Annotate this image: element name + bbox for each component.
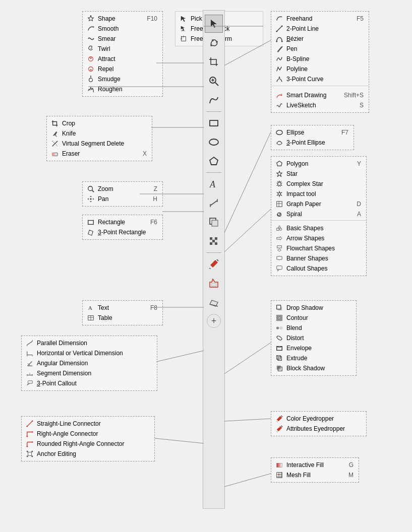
svg-point-49 [279, 228, 281, 230]
zoom-toolbar-btn[interactable] [205, 72, 223, 90]
extrude-item[interactable]: Extrude [271, 353, 356, 363]
rounded-conn-item[interactable]: Rounded Right-Angle Connector [22, 439, 154, 449]
shape-item[interactable]: Shape F10 [83, 14, 162, 24]
callout-shapes-item[interactable]: Callout Shapes [271, 263, 366, 274]
table-item[interactable]: Table [83, 313, 162, 323]
add-tool-btn[interactable]: + [207, 314, 221, 328]
2pt-line-label: 2-Point Line [286, 25, 364, 32]
bezier-item[interactable]: Bézier [271, 34, 369, 44]
svg-point-29 [276, 31, 277, 32]
eyedropper-toolbar-btn[interactable] [205, 255, 223, 273]
shape-toolbar-btn[interactable] [205, 34, 223, 52]
livesketch-item[interactable]: LiveSketch S [271, 100, 369, 110]
dimension-toolbar-btn[interactable] [205, 194, 223, 212]
rectangle-item[interactable]: Rectangle F6 [83, 217, 162, 227]
pick-toolbar-btn[interactable] [205, 15, 223, 33]
svg-rect-88 [278, 316, 281, 320]
parallel-dim-item[interactable]: Parallel Dimension [22, 338, 157, 348]
3pt-curve-item[interactable]: 3-Point Curve [271, 74, 369, 84]
svg-line-150 [224, 132, 271, 233]
smear-item[interactable]: Smear [83, 34, 162, 44]
freehand-curve-label: Freehand [286, 15, 346, 22]
3pt-callout-item[interactable]: 3-Point Callout [22, 378, 157, 388]
ellipse-toolbar-btn[interactable] [205, 133, 223, 151]
smudge-item[interactable]: Smudge [83, 74, 162, 84]
checker-tool-icon [209, 236, 219, 246]
svg-marker-123 [210, 157, 218, 165]
right-conn-item[interactable]: Right-Angle Connector [22, 429, 154, 439]
banner-shapes-item[interactable]: Banner Shapes [271, 253, 366, 263]
blend-item[interactable]: Blend [271, 323, 356, 333]
smart-drawing-item[interactable]: Smart Drawing Shift+S [271, 90, 369, 100]
eraser2-toolbar-btn[interactable] [205, 293, 223, 311]
bspline-item[interactable]: B-Spline [271, 54, 369, 64]
attr-eye-item[interactable]: Attributes Eyedropper [271, 424, 366, 434]
segment-dim-item[interactable]: Segment Dimension [22, 368, 157, 378]
svg-rect-133 [210, 240, 212, 242]
pen-item[interactable]: Pen [271, 44, 369, 54]
rect-toolbar-btn[interactable] [205, 114, 223, 132]
svg-point-15 [89, 78, 93, 82]
repel-item[interactable]: Repel [83, 64, 162, 74]
flowchart-shapes-item[interactable]: Flowchart Shapes [271, 243, 366, 253]
impact-item[interactable]: Impact tool [271, 189, 366, 199]
dropshadow-item[interactable]: Drop Shadow [271, 303, 356, 313]
svg-line-28 [277, 26, 282, 32]
polyline-label: Polyline [286, 65, 364, 73]
knife-item[interactable]: Knife [47, 128, 152, 139]
pan-item[interactable]: Pan H [83, 194, 162, 204]
arrow-shapes-item[interactable]: Arrow Shapes [271, 233, 366, 243]
effects-toolbar-btn[interactable] [205, 213, 223, 231]
freehand-toolbar-btn[interactable] [205, 91, 223, 109]
svg-point-73 [26, 426, 28, 427]
vsd-item[interactable]: Virtual Segment Delete [47, 139, 152, 149]
roughen-item[interactable]: Roughen [83, 84, 162, 94]
svg-point-77 [26, 446, 28, 447]
meshfill-item[interactable]: Mesh Fill M [271, 470, 359, 480]
basic-shapes-item[interactable]: Basic Shapes [271, 223, 366, 233]
eraser-item[interactable]: Eraser X [47, 149, 152, 159]
crop-toolbar-btn[interactable] [205, 53, 223, 71]
svg-rect-71 [28, 381, 33, 383]
star-item[interactable]: Star [271, 169, 366, 179]
twirl-item[interactable]: Twirl [83, 44, 162, 54]
2pt-line-item[interactable]: 2-Point Line [271, 24, 369, 34]
3pt-ellipse-item[interactable]: 3-Point Ellipse [271, 138, 354, 148]
envelope-item[interactable]: Envelope [271, 343, 356, 353]
complex-star-item[interactable]: Complex Star [271, 179, 366, 189]
svg-point-91 [280, 326, 282, 329]
freehand-curve-item[interactable]: Freehand F5 [271, 14, 369, 24]
polygon-item[interactable]: Polygon Y [271, 159, 366, 169]
text-submenu: A Text F8 Table [82, 300, 163, 325]
distort-item[interactable]: Distort [271, 333, 356, 343]
attract-icon [86, 55, 96, 63]
attract-item[interactable]: Attract [83, 54, 162, 64]
contour-item[interactable]: Contour [271, 313, 356, 323]
zoom-item[interactable]: Zoom Z [83, 184, 162, 194]
polygon-toolbar-btn[interactable] [205, 152, 223, 170]
hv-dim-item[interactable]: Horizontal or Vertical Dimension [22, 348, 157, 358]
angular-dim-item[interactable]: Angular Dimension [22, 358, 157, 368]
polyline-item[interactable]: Polyline [271, 64, 369, 74]
text-toolbar-btn[interactable]: A [205, 175, 223, 193]
polygon-submenu: Polygon Y Star Complex Star Impact tool … [271, 156, 367, 276]
anchor-item[interactable]: Anchor Editing [22, 449, 154, 459]
blockshadow-item[interactable]: Block Shadow [271, 363, 356, 373]
checker-toolbar-btn[interactable] [205, 232, 223, 250]
3pt-rect-item[interactable]: 3-Point Rectangle [83, 227, 162, 237]
text-item[interactable]: A Text F8 [83, 303, 162, 313]
fill-toolbar-btn[interactable] [205, 274, 223, 292]
color-eye-item[interactable]: Color Eyedropper [271, 414, 366, 424]
eraser2-tool-icon [209, 297, 219, 307]
crop-item[interactable]: Crop [47, 118, 152, 128]
star-label: Star [286, 170, 361, 177]
text-shortcut: F8 [150, 304, 157, 311]
ifill-item[interactable]: Interactive Fill G [271, 460, 359, 470]
3pt-callout-icon [25, 379, 35, 387]
smooth-item[interactable]: Smooth [83, 24, 162, 34]
spiral-item[interactable]: Spiral A [271, 209, 366, 219]
3pt-ellipse-icon [274, 139, 284, 147]
ellipse-item[interactable]: Ellipse F7 [271, 127, 354, 138]
straight-conn-item[interactable]: Straight-Line Connector [22, 419, 154, 429]
graph-paper-item[interactable]: Graph Paper D [271, 199, 366, 209]
